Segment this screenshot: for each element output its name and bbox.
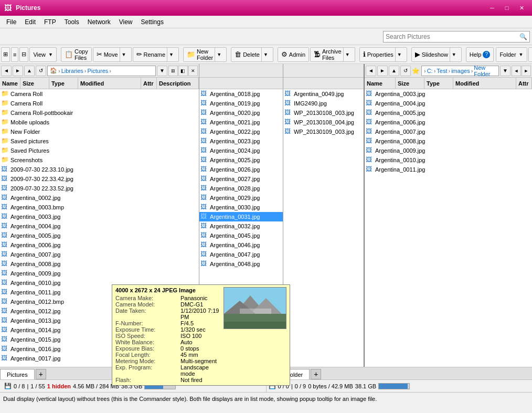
list-item[interactable]: 🖼Argentina_0008.jpg (365, 136, 532, 146)
archive-files-button[interactable]: 🗜 Archive Files ▼ (310, 47, 355, 62)
list-item[interactable]: 📁 Camera Roll-pottbookair (0, 108, 199, 118)
view-btn-1[interactable]: ⊞ (1, 47, 10, 62)
new-folder-button[interactable]: 📁 New Folder ▼ (183, 47, 227, 62)
move-button[interactable]: ✂ Move ▼ (93, 47, 132, 62)
list-item[interactable]: 📁 Camera Roll (0, 89, 199, 99)
left-col-attr[interactable]: Attr (141, 78, 157, 89)
right-star-btn[interactable]: ⭐ (412, 67, 420, 75)
rename-arrow[interactable]: ▼ (167, 47, 175, 62)
right-back-btn[interactable]: ◄ (366, 66, 376, 76)
menu-settings[interactable]: Settings (137, 17, 168, 27)
left-col-desc[interactable]: Description (157, 78, 199, 89)
archive-arrow[interactable]: ▼ (343, 47, 352, 62)
list-item[interactable]: 📁 Saved Pictures (0, 146, 199, 155)
list-item[interactable]: 🖼Argentina_0032.jpg (199, 221, 283, 231)
list-item[interactable]: 🖼 Argentina_0005.jpg (0, 231, 199, 240)
view-btn-3[interactable]: ⊟ (19, 47, 28, 62)
lister-dropdown[interactable]: Lister ▼ (528, 47, 533, 62)
list-item[interactable]: 🖼Argentina_0018.jpg (199, 89, 283, 99)
left-up-btn[interactable]: ▲ (24, 66, 35, 76)
right-path-c[interactable]: C: (427, 68, 433, 74)
list-item[interactable]: 🖼WP_20130109_003.jpg (283, 127, 364, 136)
left-forward-btn[interactable]: ► (13, 66, 23, 76)
list-item[interactable]: 🖼Argentina_0046.jpg (199, 240, 283, 250)
right-col-attr[interactable]: Attr (516, 78, 532, 89)
left-back-btn[interactable]: ◄ (1, 66, 12, 76)
list-item[interactable]: 🖼 Argentina_0002.jpg (0, 193, 199, 203)
list-item[interactable]: 🖼Argentina_0025.jpg (199, 155, 283, 165)
list-item[interactable]: 🖼 Argentina_0003.bmp (0, 203, 199, 212)
left-col-size[interactable]: Size (20, 78, 49, 89)
left-ctrl-1[interactable]: ⊞ (168, 66, 178, 76)
right-path-test[interactable]: Test (437, 68, 447, 74)
new-folder-arrow[interactable]: ▼ (215, 47, 223, 62)
left-path-pictures[interactable]: Pictures (88, 68, 109, 74)
menu-file[interactable]: File (2, 17, 20, 27)
list-item[interactable]: 🖼Argentina_0023.jpg (199, 136, 283, 146)
left-col-type[interactable]: Type (49, 78, 78, 89)
list-item[interactable]: 🖼Argentina_0019.jpg (199, 99, 283, 108)
list-item[interactable]: 📁 Saved pictures (0, 136, 199, 146)
list-item[interactable]: 🖼Argentina_0024.jpg (199, 146, 283, 155)
delete-arrow[interactable]: ▼ (261, 47, 270, 62)
list-item[interactable]: 🖼Argentina_0045.jpg (199, 231, 283, 240)
right-address-path[interactable]: › C: › Test › images › New Folder (421, 66, 499, 76)
right-path-images[interactable]: images (451, 68, 470, 74)
list-item[interactable]: 🖼Argentina_0010.jpg (365, 155, 532, 165)
view-dropdown[interactable]: View ▼ (29, 47, 57, 62)
left-tab-pictures[interactable]: Pictures (0, 369, 35, 379)
menu-tools[interactable]: Tools (60, 17, 83, 27)
rename-button[interactable]: ✏ Rename ▼ (133, 47, 179, 62)
list-item[interactable]: 🖼Argentina_0009.jpg (365, 146, 532, 155)
list-item[interactable]: 🖼Argentina_0049.jpg (283, 89, 364, 99)
right-ctrl-prev[interactable]: ◄ (512, 66, 521, 76)
right-refresh-btn[interactable]: ↺ (400, 66, 411, 76)
list-item[interactable]: 📁 Camera Roll (0, 99, 199, 108)
list-item[interactable]: 🖼 Argentina_0006.jpg (0, 240, 199, 250)
menu-edit[interactable]: Edit (20, 17, 40, 27)
left-col3-list[interactable]: 🖼Argentina_0049.jpg 🖼IMG2490.jpg 🖼WP_201… (283, 89, 364, 367)
list-item[interactable]: 🖼Argentina_0020.jpg (199, 108, 283, 118)
left-col-modified[interactable]: Modified (78, 78, 141, 89)
list-item[interactable]: 🖼 Argentina_0003.jpg (0, 212, 199, 221)
move-arrow[interactable]: ▼ (120, 47, 128, 62)
properties-button[interactable]: ℹ Properties ▼ (359, 47, 407, 62)
right-forward-btn[interactable]: ► (377, 66, 388, 76)
list-item[interactable]: 🖼 Argentina_0009.jpg (0, 269, 199, 278)
list-item[interactable]: 🖼WP_20130108_004.jpg (283, 118, 364, 127)
close-button[interactable]: ✕ (515, 3, 528, 13)
list-item[interactable]: 🖼Argentina_0028.jpg (199, 184, 283, 193)
right-ctrl-next[interactable]: ► (522, 66, 531, 76)
list-item[interactable]: 🖼Argentina_0022.jpg (199, 127, 283, 136)
list-item[interactable]: 📁 Mobile uploads (0, 118, 199, 127)
right-up-btn[interactable]: ▲ (389, 66, 399, 76)
list-item[interactable]: 🖼Argentina_0026.jpg (199, 165, 283, 174)
search-input[interactable] (386, 33, 519, 40)
copy-files-button[interactable]: 📋 Copy Files (61, 47, 92, 62)
list-item[interactable]: 🖼IMG2490.jpg (283, 99, 364, 108)
right-col-modified[interactable]: Modified (453, 78, 516, 89)
left-address-path[interactable]: 🏠 › Libraries › Pictures › (47, 66, 156, 76)
list-item[interactable]: 🖼 2009-07-30 22.33.10.jpg (0, 165, 199, 174)
left-col-name[interactable]: Name (0, 78, 20, 89)
right-col-size[interactable]: Size (396, 78, 424, 89)
menu-network[interactable]: Network (83, 17, 115, 27)
list-item[interactable]: 🖼Argentina_0004.jpg (365, 99, 532, 108)
right-col-name[interactable]: Name (365, 78, 396, 89)
list-item[interactable]: 🖼WP_20130108_003.jpg (283, 108, 364, 118)
list-item[interactable]: 🖼 Argentina_0004.jpg (0, 221, 199, 231)
left-ctrl-x[interactable]: ✕ (188, 66, 198, 76)
list-item[interactable]: 🖼Argentina_0021.jpg (199, 118, 283, 127)
left-refresh-btn[interactable]: ↺ (36, 66, 46, 76)
left-ctrl-2[interactable]: ◧ (178, 66, 188, 76)
help-button[interactable]: Help ? (466, 47, 494, 62)
right-tab-add[interactable]: + (311, 369, 321, 379)
minimize-button[interactable]: ─ (486, 3, 498, 13)
slideshow-arrow[interactable]: ▼ (450, 47, 458, 62)
properties-arrow[interactable]: ▼ (395, 47, 403, 62)
maximize-button[interactable]: □ (501, 3, 513, 13)
list-item[interactable]: 🖼Argentina_0027.jpg (199, 174, 283, 184)
list-item[interactable]: 🖼Argentina_0003.jpg (365, 89, 532, 99)
list-item[interactable]: 🖼 Argentina_0007.jpg (0, 250, 199, 259)
left-dropdown-btn[interactable]: ▼ (157, 66, 167, 76)
